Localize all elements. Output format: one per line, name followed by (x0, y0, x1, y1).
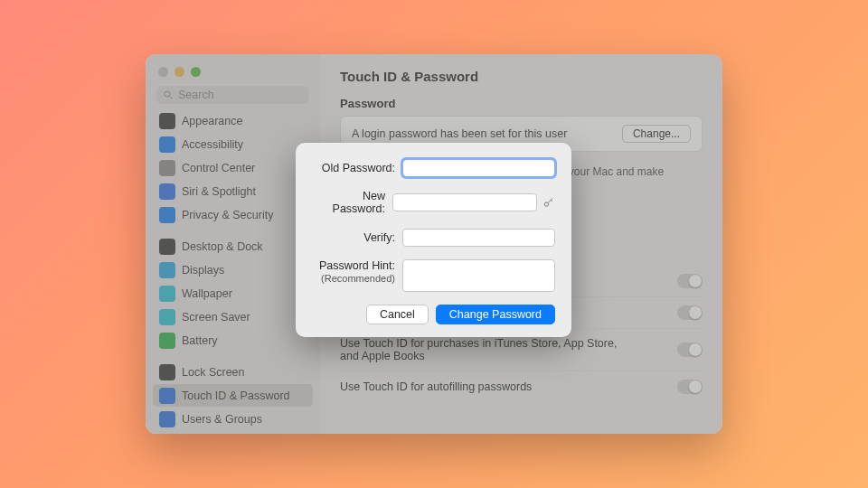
old-password-input[interactable] (402, 159, 555, 177)
change-password-dialog: Old Password: New Password: Verify: Pass… (296, 143, 571, 337)
verify-password-input[interactable] (402, 229, 555, 247)
verify-label: Verify: (312, 231, 395, 244)
password-hint-input[interactable] (402, 259, 555, 292)
cancel-button[interactable]: Cancel (366, 305, 429, 324)
svg-point-2 (545, 202, 549, 206)
new-password-input[interactable] (392, 193, 537, 211)
change-password-submit[interactable]: Change Password (436, 305, 555, 324)
key-icon[interactable] (542, 195, 555, 210)
hint-label: Password Hint: (Recommended) (312, 259, 395, 286)
new-password-label: New Password: (312, 190, 385, 216)
old-password-label: Old Password: (312, 162, 395, 174)
